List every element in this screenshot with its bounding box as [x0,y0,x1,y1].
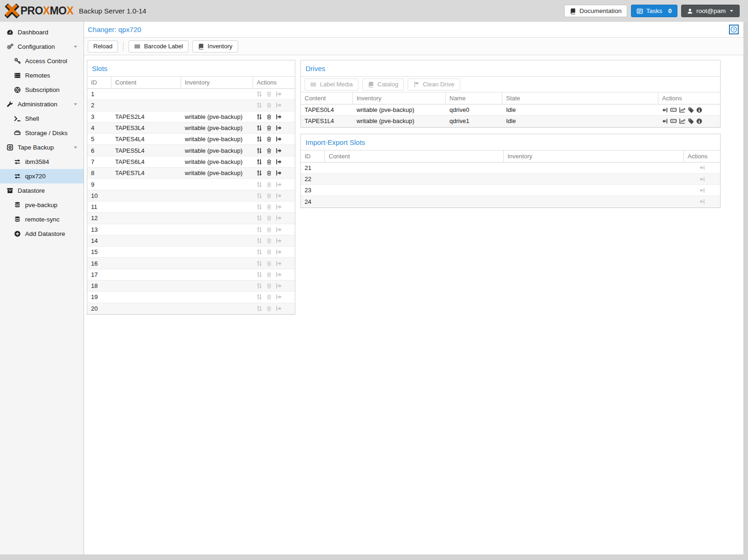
column-header-name[interactable]: Name [446,92,502,104]
import-export-grid-body: 21222324 [301,163,720,208]
table-row[interactable]: 24 [301,196,720,207]
sidebar-item-label: remote-sync [25,216,59,223]
table-row[interactable]: TAPES0L4writable (pve-backup)qdrive0Idle [301,104,720,116]
changer-toolbar: Reload Barcode Label Inventory [84,38,743,55]
export-icon[interactable] [275,169,282,176]
table-row[interactable]: 3TAPES2L4writable (pve-backup) [87,111,295,123]
sidebar-item-ibm3584[interactable]: ibm3584 [0,155,84,169]
transfer-icon[interactable] [256,169,263,176]
table-row[interactable]: 14 [87,235,295,247]
sidebar-item-shell[interactable]: Shell [0,111,84,126]
sidebar-item-remote-sync[interactable]: remote-sync [0,212,84,227]
column-header-inventory[interactable]: Inventory [353,92,446,104]
table-row[interactable]: 21 [301,163,720,174]
sidebar-item-datastore[interactable]: Datastore [0,183,84,198]
column-header-inventory[interactable]: Inventory [181,77,253,88]
table-row[interactable]: 4TAPES3L4writable (pve-backup) [87,123,295,134]
slot-id: 16 [87,260,111,267]
sidebar-item-remotes[interactable]: Remotes [0,68,84,83]
barcode-label-button[interactable]: Barcode Label [129,40,189,52]
trash-icon[interactable] [266,159,272,165]
table-row[interactable]: 5TAPES4L4writable (pve-backup) [87,134,295,145]
export-icon[interactable] [275,124,282,131]
transfer-icon[interactable] [256,158,263,165]
table-row[interactable]: 23 [301,185,720,196]
column-header-id[interactable]: ID [301,150,325,162]
table-row[interactable]: 2 [87,100,295,111]
table-row[interactable]: 11 [87,202,295,213]
sidebar-item-dashboard[interactable]: Dashboard [0,25,84,39]
transfer-icon[interactable] [256,124,263,131]
table-row[interactable]: 7TAPES6L4writable (pve-backup) [87,156,295,168]
chart-icon[interactable] [679,106,686,113]
help-button[interactable]: ? [729,25,739,34]
table-row[interactable]: 9 [87,179,295,190]
chart-icon[interactable] [679,117,686,124]
table-row[interactable]: TAPES1L4writable (pve-backup)qdrive1Idle [301,116,720,127]
column-header-actions[interactable]: Actions [253,77,295,88]
tasks-button[interactable]: Tasks 0 [631,5,677,17]
hdd-drive-icon[interactable] [670,117,677,124]
chevron-down-icon[interactable] [72,44,79,49]
sidebar-item-add-datastore[interactable]: Add Datastore [0,227,84,241]
table-row[interactable]: 6TAPES5L4writable (pve-backup) [87,145,295,156]
trash-icon[interactable] [266,148,272,154]
column-header-content[interactable]: Content [111,77,181,88]
trash-icon[interactable] [266,114,272,120]
reload-button[interactable]: Reload [88,40,118,52]
export-icon[interactable] [275,147,282,154]
table-row[interactable]: 18 [87,280,295,292]
inventory-button[interactable]: Inventory [192,40,238,52]
documentation-button[interactable]: Documentation [564,5,627,17]
column-header-inventory[interactable]: Inventory [504,150,684,162]
user-menu-button[interactable]: root@pam [681,5,740,17]
table-row[interactable]: 17 [87,269,295,280]
column-header-id[interactable]: ID [87,77,111,88]
sidebar-item-pve-backup[interactable]: pve-backup [0,198,84,212]
chevron-down-icon[interactable] [72,145,79,150]
export-icon[interactable] [275,158,282,165]
unload-icon[interactable] [662,107,668,113]
transfer-icon[interactable] [256,113,263,120]
sidebar-item-configuration[interactable]: Configuration [0,39,84,54]
export-icon[interactable] [275,136,282,143]
sidebar-item-qpx720[interactable]: qpx720 [0,169,84,183]
table-row[interactable]: 8TAPES7L4writable (pve-backup) [87,168,295,179]
column-header-content[interactable]: Content [325,150,504,162]
transfer-icon[interactable] [256,147,263,154]
tag-icon[interactable] [688,107,694,113]
sidebar-item-tape-backup[interactable]: Tape Backup [0,140,84,155]
table-row[interactable]: 22 [301,174,720,185]
column-header-actions[interactable]: Actions [684,150,720,162]
table-row[interactable]: 13 [87,224,295,235]
hdd-drive-icon[interactable] [670,106,677,113]
ie-slot-actions [684,198,720,205]
table-row[interactable]: 16 [87,258,295,269]
transfer-icon [256,91,263,98]
chevron-down-icon[interactable] [72,102,79,107]
export-icon[interactable] [275,113,282,120]
unload-icon[interactable] [662,118,668,124]
table-row[interactable]: 12 [87,213,295,224]
column-header-content[interactable]: Content [301,92,353,104]
tag-icon[interactable] [688,118,694,124]
table-row[interactable]: 19 [87,292,295,303]
table-row[interactable]: 10 [87,190,295,202]
info-icon[interactable] [696,118,702,124]
table-row[interactable]: 15 [87,247,295,258]
transfer-icon [256,282,263,289]
trash-icon[interactable] [266,125,272,131]
transfer-icon[interactable] [256,136,263,143]
sidebar-item-access-control[interactable]: Access Control [0,54,84,68]
column-header-actions[interactable]: Actions [658,92,720,104]
table-row[interactable]: 20 [87,303,295,314]
sidebar-item-storage-disks[interactable]: Storage / Disks [0,126,84,140]
table-row[interactable]: 1 [87,89,295,100]
user-icon [687,8,693,14]
sidebar-item-subscription[interactable]: Subscription [0,83,84,97]
sidebar-item-administration[interactable]: Administration [0,97,84,111]
trash-icon[interactable] [266,136,272,142]
trash-icon[interactable] [266,170,272,176]
info-icon[interactable] [696,107,702,113]
column-header-state[interactable]: State [502,92,658,104]
